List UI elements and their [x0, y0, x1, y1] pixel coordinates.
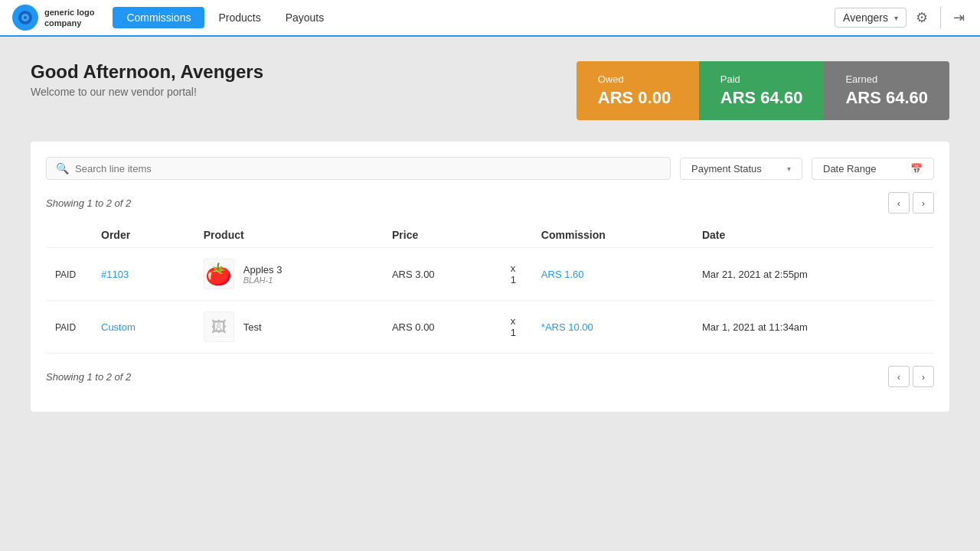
earned-value: ARS 64.60	[845, 88, 928, 108]
showing-row-top: Showing 1 to 2 of 2 ‹ ›	[46, 192, 934, 214]
chevron-down-icon: ▾	[787, 165, 791, 173]
nav-right: Avengers ▾ ⚙ ⇥	[835, 6, 968, 29]
vendor-name: Avengers	[843, 11, 888, 24]
commissions-table: Order Product Price Commission Date PAID…	[46, 223, 934, 354]
logout-icon: ⇥	[953, 9, 965, 26]
owed-value: ARS 0.00	[598, 88, 678, 108]
greeting-text: Good Afternoon, Avengers Welcome to our …	[31, 61, 263, 98]
greeting-section: Good Afternoon, Avengers Welcome to our …	[31, 61, 949, 120]
next-page-button[interactable]: ›	[913, 192, 934, 214]
order-link[interactable]: Custom	[101, 321, 136, 333]
col-qty	[501, 223, 532, 248]
product-thumbnail: 🍅	[204, 259, 234, 289]
row-order: #1103	[92, 248, 194, 301]
svg-point-2	[24, 16, 27, 19]
col-product: Product	[194, 223, 383, 248]
commission-value[interactable]: *ARS 10.00	[541, 321, 593, 333]
main-content: Good Afternoon, Avengers Welcome to our …	[0, 37, 980, 436]
col-status	[46, 223, 92, 248]
row-date: Mar 21, 2021 at 2:55pm	[693, 248, 934, 301]
row-product: 🍅Apples 3BLAH-1	[194, 248, 383, 301]
logo: generic logo company	[12, 5, 94, 31]
row-price: ARS 3.00	[383, 248, 501, 301]
commission-value[interactable]: ARS 1.60	[541, 269, 584, 280]
products-nav-button[interactable]: Products	[207, 7, 271, 28]
showing-row-bottom: Showing 1 to 2 of 2 ‹ ›	[46, 366, 934, 387]
settings-button[interactable]: ⚙	[913, 6, 931, 29]
paid-label: Paid	[720, 73, 803, 85]
row-quantity: x 1	[501, 301, 532, 354]
calendar-icon: 📅	[910, 163, 923, 174]
greeting-subtext: Welcome to our new vendor portal!	[31, 86, 263, 98]
earned-label: Earned	[845, 73, 928, 85]
paid-value: ARS 64.60	[720, 88, 803, 108]
table-row: PAID#1103🍅Apples 3BLAH-1ARS 3.00x 1ARS 1…	[46, 248, 934, 301]
col-order: Order	[92, 223, 194, 248]
next-page-button-bottom[interactable]: ›	[913, 366, 934, 387]
logo-text: generic logo company	[44, 7, 94, 29]
paid-card: Paid ARS 64.60	[699, 61, 825, 120]
col-commission: Commission	[532, 223, 693, 248]
prev-page-button-bottom[interactable]: ‹	[888, 366, 910, 387]
payment-status-filter[interactable]: Payment Status ▾	[680, 158, 802, 180]
col-price: Price	[383, 223, 501, 248]
row-status: PAID	[46, 301, 92, 354]
earned-card: Earned ARS 64.60	[824, 61, 949, 120]
showing-text-top: Showing 1 to 2 of 2	[46, 197, 131, 209]
commissions-nav-button[interactable]: Commissions	[113, 7, 204, 28]
row-product: 🖼Test	[194, 301, 383, 354]
row-price: ARS 0.00	[383, 301, 501, 354]
product-info: Apples 3BLAH-1	[243, 264, 283, 285]
row-commission: ARS 1.60	[532, 248, 693, 301]
status-badge: PAID	[55, 269, 76, 280]
search-icon: 🔍	[56, 162, 69, 174]
product-thumbnail: 🖼	[204, 311, 234, 342]
product-name: Apples 3	[243, 264, 283, 276]
nav-links: Commissions Products Payouts	[113, 7, 835, 28]
product-name: Test	[243, 321, 262, 333]
chevron-down-icon: ▾	[894, 14, 898, 22]
order-link[interactable]: #1103	[101, 269, 129, 280]
status-badge: PAID	[55, 322, 76, 333]
prev-page-button[interactable]: ‹	[888, 192, 910, 214]
vendor-selector[interactable]: Avengers ▾	[835, 8, 906, 28]
row-quantity: x 1	[501, 248, 532, 301]
product-placeholder-icon: 🖼	[211, 318, 227, 336]
showing-text-bottom: Showing 1 to 2 of 2	[46, 371, 131, 383]
row-commission: *ARS 10.00	[532, 301, 693, 354]
table-toolbar: 🔍 Payment Status ▾ Date Range 📅	[46, 157, 934, 180]
nav-divider	[940, 7, 941, 28]
col-date: Date	[693, 223, 934, 248]
logo-circle	[12, 5, 38, 31]
gear-icon: ⚙	[916, 9, 928, 26]
search-box: 🔍	[46, 157, 671, 180]
row-status: PAID	[46, 248, 92, 301]
date-range-filter[interactable]: Date Range 📅	[812, 158, 934, 180]
greeting-heading: Good Afternoon, Avengers	[31, 61, 263, 83]
payment-status-label: Payment Status	[691, 163, 762, 174]
pagination-top: ‹ ›	[888, 192, 934, 214]
table-row: PAIDCustom🖼TestARS 0.00x 1*ARS 10.00Mar …	[46, 301, 934, 354]
stats-cards: Owed ARS 0.00 Paid ARS 64.60 Earned ARS …	[577, 61, 949, 120]
navbar: generic logo company Commissions Product…	[0, 0, 980, 37]
row-order: Custom	[92, 301, 194, 354]
product-sku: BLAH-1	[243, 276, 283, 285]
logout-button[interactable]: ⇥	[950, 6, 968, 29]
owed-card: Owed ARS 0.00	[577, 61, 699, 120]
search-input[interactable]	[75, 163, 661, 174]
date-range-label: Date Range	[823, 163, 876, 174]
owed-label: Owed	[598, 73, 678, 85]
row-date: Mar 1, 2021 at 11:34am	[693, 301, 934, 354]
table-section: 🔍 Payment Status ▾ Date Range 📅 Showing …	[31, 142, 949, 412]
payouts-nav-button[interactable]: Payouts	[275, 7, 335, 28]
pagination-bottom: ‹ ›	[888, 366, 934, 387]
product-info: Test	[243, 321, 262, 333]
